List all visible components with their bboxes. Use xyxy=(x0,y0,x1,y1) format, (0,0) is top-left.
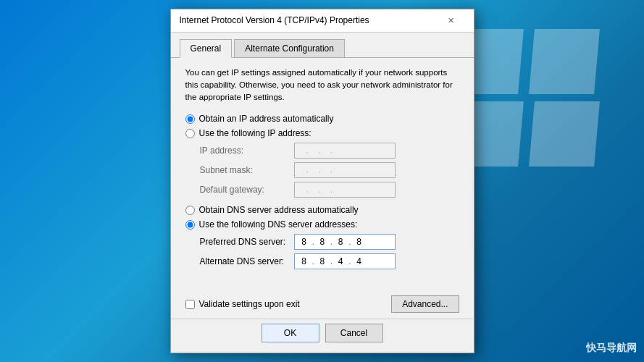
subnet-mask-label: Subnet mask: xyxy=(200,165,294,175)
validate-label[interactable]: Validate settings upon exit xyxy=(199,299,300,309)
alternate-dns-input[interactable]: 8 . 8 . 4 . 4 xyxy=(294,253,396,269)
default-gateway-label: Default gateway: xyxy=(200,185,294,195)
manual-ip-radio[interactable] xyxy=(185,129,195,138)
title-bar: Internet Protocol Version 4 (TCP/IPv4) P… xyxy=(171,9,474,33)
ip-fields-section: IP address: . . . Subnet mask: . . . Def… xyxy=(185,143,459,198)
ip-address-label: IP address: xyxy=(200,146,294,156)
advanced-button[interactable]: Advanced... xyxy=(391,295,459,313)
dialog-window: Internet Protocol Version 4 (TCP/IPv4) P… xyxy=(170,9,474,354)
manual-dns-label[interactable]: Use the following DNS server addresses: xyxy=(199,219,358,230)
manual-ip-row: Use the following IP address: xyxy=(185,128,459,138)
default-gateway-input[interactable]: . . . xyxy=(294,182,396,198)
manual-ip-label[interactable]: Use the following IP address: xyxy=(199,128,311,138)
default-gateway-row: Default gateway: . . . xyxy=(185,182,459,198)
watermark: 快马导航网 xyxy=(586,342,637,355)
auto-ip-row: Obtain an IP address automatically xyxy=(185,114,459,124)
dns-fields-section: Preferred DNS server: 8 . 8 . 8 . 8 Alte… xyxy=(185,234,459,269)
tab-bar: General Alternate Configuration xyxy=(171,33,474,58)
cancel-button[interactable]: Cancel xyxy=(325,324,383,342)
validate-checkbox[interactable] xyxy=(185,300,195,309)
preferred-dns-row: Preferred DNS server: 8 . 8 . 8 . 8 xyxy=(185,234,459,250)
dialog-title: Internet Protocol Version 4 (TCP/IPv4) P… xyxy=(180,15,369,25)
validate-row: Validate settings upon exit xyxy=(185,299,300,309)
ip-address-section: Obtain an IP address automatically Use t… xyxy=(185,114,459,138)
alternate-dns-label: Alternate DNS server: xyxy=(200,256,294,266)
description-text: You can get IP settings assigned automat… xyxy=(185,67,459,104)
tab-general[interactable]: General xyxy=(180,39,233,58)
dialog-overlay: Internet Protocol Version 4 (TCP/IPv4) P… xyxy=(0,0,644,362)
alternate-dns-row: Alternate DNS server: 8 . 8 . 4 . 4 xyxy=(185,253,459,269)
ip-address-input[interactable]: . . . xyxy=(294,143,396,159)
auto-dns-label[interactable]: Obtain DNS server address automatically xyxy=(199,205,359,215)
ip-address-row: IP address: . . . xyxy=(185,143,459,159)
auto-dns-row: Obtain DNS server address automatically xyxy=(185,205,459,215)
manual-dns-row: Use the following DNS server addresses: xyxy=(185,219,459,230)
ok-button[interactable]: OK xyxy=(262,324,319,342)
preferred-dns-input[interactable]: 8 . 8 . 8 . 8 xyxy=(294,234,396,250)
subnet-mask-input[interactable]: . . . xyxy=(294,162,396,178)
subnet-mask-row: Subnet mask: . . . xyxy=(185,162,459,178)
close-button[interactable]: ✕ xyxy=(435,10,468,30)
tab-alternate-config[interactable]: Alternate Configuration xyxy=(234,39,345,58)
action-buttons: OK Cancel xyxy=(171,319,474,353)
auto-dns-radio[interactable] xyxy=(185,206,195,215)
auto-ip-label[interactable]: Obtain an IP address automatically xyxy=(199,114,334,124)
manual-dns-radio[interactable] xyxy=(185,220,195,230)
dialog-content: You can get IP settings assigned automat… xyxy=(171,58,474,286)
preferred-dns-label: Preferred DNS server: xyxy=(200,237,294,247)
auto-ip-radio[interactable] xyxy=(185,114,195,124)
dns-section: Obtain DNS server address automatically … xyxy=(185,205,459,230)
bottom-area: Validate settings upon exit Advanced... xyxy=(171,288,474,319)
